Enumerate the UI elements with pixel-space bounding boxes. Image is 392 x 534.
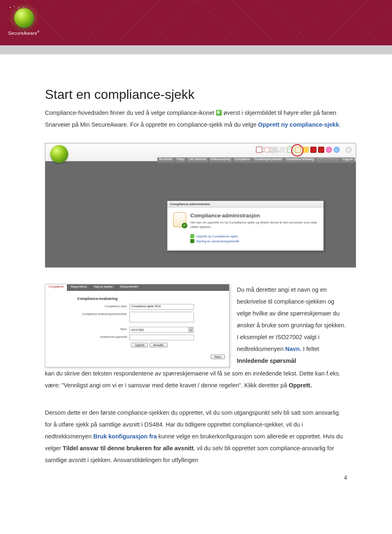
toolbar-icon-4[interactable] (279, 147, 285, 153)
toolbar-icon-8[interactable] (310, 147, 316, 153)
menu-bli-bevisst[interactable]: Bli bevisst (157, 157, 175, 163)
menu-compliance-ansvarlig[interactable]: Compliance ansvarlig (284, 157, 316, 163)
form-heading: Compliance-evaluering (77, 297, 223, 301)
header-band: SecureAware® (0, 0, 392, 45)
retur-button[interactable]: Retur (211, 355, 225, 359)
paragraph-2-part1: Du må deretter angi et navn og en beskri… (237, 284, 347, 367)
input-beskrivelse[interactable] (129, 312, 194, 322)
form-tabs: Compliance Rapporttekst Valg av kapitler… (45, 284, 229, 291)
toolbar-icon-1[interactable] (256, 147, 262, 153)
brand-logo: SecureAware® (8, 8, 40, 36)
styring-samsvar-link[interactable]: Styring av samsvarsspørsmål (190, 239, 318, 243)
page-content: Start en compliance-sjekk Compliance-hov… (0, 54, 392, 497)
help-icon[interactable] (334, 147, 340, 153)
tab-respondenter[interactable]: Respondenter (117, 284, 142, 291)
topbar-icons (256, 147, 352, 153)
dialog-description: Her kan du opprette en ny Compliance-sje… (190, 220, 318, 229)
annotation-circle (291, 144, 303, 156)
toolbar-icon-8b[interactable] (318, 147, 324, 153)
opprett-button[interactable]: Opprett (131, 343, 148, 347)
menu-logg-av[interactable]: Logg av (340, 157, 355, 163)
logo-orb-icon (14, 8, 34, 28)
paragraph-3: Dersom dette er den første compliance-sj… (45, 407, 347, 466)
menu-forretningskontinuitet[interactable]: Forretningskontinuitet (252, 157, 284, 163)
menu-policy[interactable]: Policy (175, 157, 187, 163)
annuller-button[interactable]: Annuller (149, 343, 167, 347)
app-menubar: Bli bevisst Policy Lær sikkerhet Risikov… (157, 157, 355, 163)
manage-icon (190, 239, 194, 243)
tildel-bold: Tildel ansvar til denne brukeren for all… (63, 445, 194, 451)
tab-valg-kapitler[interactable]: Valg av kapitler (91, 284, 117, 291)
compliance-admin-dialog: Compliance-administrator Compliance-admi… (167, 201, 324, 251)
grey-strip (0, 45, 392, 54)
opprett-link-text: Opprett ny compliance-sjekk (258, 121, 339, 128)
label-beskrivelse: Compliance-evalueringsbeskrivelse (77, 312, 129, 315)
tab-rapporttekst[interactable]: Rapporttekst (67, 284, 91, 291)
toolbar-icon-7[interactable] (303, 147, 309, 153)
input-innledende[interactable] (129, 335, 194, 340)
page-number: 4 (45, 474, 347, 481)
innledende-bold: Innledende spørsmål (237, 357, 296, 364)
label-navn-select: Navn (77, 327, 129, 331)
header-pattern (0, 0, 392, 45)
globe-icon[interactable] (345, 147, 352, 153)
navn-highlight: Navn. (285, 346, 301, 352)
clipboard-check-icon (173, 212, 186, 227)
toolbar-icon-2[interactable] (264, 147, 270, 153)
screenshot-form-window: Compliance Rapporttekst Valg av kapitler… (45, 284, 229, 367)
opprett-ny-compliance-link[interactable]: Opprett ny Compliance-sjekk (190, 234, 318, 238)
app-logo-icon (50, 145, 68, 163)
chevron-down-icon: ▾ (189, 328, 193, 332)
new-check-icon (190, 234, 194, 238)
label-innledende: Innledende spørsmål (77, 335, 129, 338)
select-navn[interactable]: ISO27002 ▾ (129, 327, 194, 333)
bruk-konfig-highlight: Bruk konfigurasjon fra (93, 433, 157, 440)
menu-compliance[interactable]: Compliance (233, 157, 252, 163)
menu-laer-sikkerhet[interactable]: Lær sikkerhet (187, 157, 208, 163)
brand-text: SecureAware® (8, 30, 40, 36)
menu-risikovurdering[interactable]: Risikovurdering (209, 157, 233, 163)
input-compliance-navn[interactable]: Compliance-sjekk 2010 (129, 304, 194, 310)
tab-compliance[interactable]: Compliance (45, 284, 67, 291)
opprett-bold: Opprett. (289, 382, 312, 389)
intro-paragraph: Compliance-hovedsiden finner du ved å ve… (45, 107, 347, 131)
screenshot-main-window: Superuser (su) Du har 0 oppgaver (45, 143, 356, 268)
compliance-icon (216, 110, 222, 116)
label-compliance-navn: Compliance-navn (77, 304, 129, 308)
toolbar-icon-9[interactable] (326, 147, 332, 153)
page-title: Start en compliance-sjekk (45, 87, 347, 102)
dialog-title: Compliance-administrator (167, 201, 323, 208)
toolbar-icon-3[interactable] (272, 147, 278, 153)
paragraph-2-part2: kan du skrive den teksten respondentene … (45, 368, 347, 391)
dialog-heading: Compliance-administrasjon (190, 212, 318, 219)
